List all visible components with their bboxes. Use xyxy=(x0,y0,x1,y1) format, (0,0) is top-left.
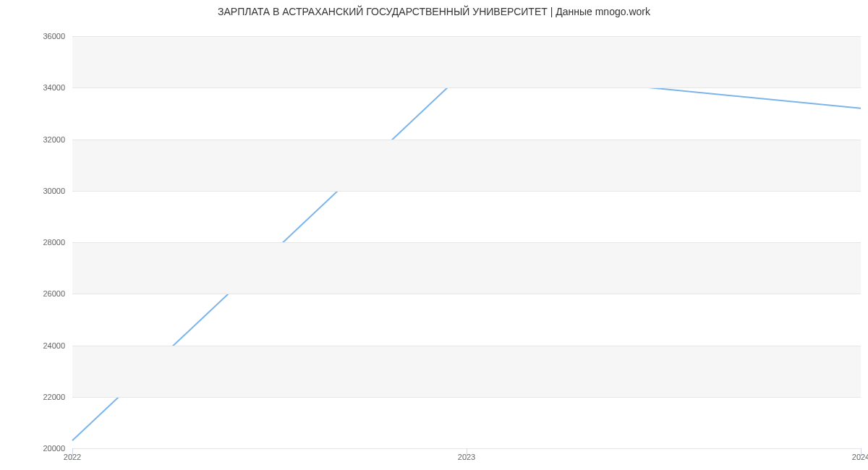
y-axis-label: 28000 xyxy=(0,238,65,247)
y-gridline xyxy=(72,140,861,140)
x-axis-label: 2024 xyxy=(852,453,868,461)
y-axis-label: 20000 xyxy=(0,444,65,453)
x-axis-label: 2023 xyxy=(458,453,475,461)
y-gridline xyxy=(72,36,861,37)
y-axis-label: 30000 xyxy=(0,187,65,195)
y-gridline xyxy=(72,397,861,398)
y-gridline xyxy=(72,242,861,243)
plot-band xyxy=(72,242,861,294)
salary-line-chart: ЗАРПЛАТА В АСТРАХАНСКИЙ ГОСУДАРСТВЕННЫЙ … xyxy=(0,0,868,470)
y-axis-label: 32000 xyxy=(0,135,65,144)
y-axis-label: 34000 xyxy=(0,83,65,92)
y-axis-label: 26000 xyxy=(0,289,65,298)
y-axis-label: 22000 xyxy=(0,393,65,401)
y-gridline xyxy=(72,294,861,294)
y-gridline xyxy=(72,346,861,346)
y-gridline xyxy=(72,87,861,88)
plot-band xyxy=(72,36,861,87)
y-gridline xyxy=(72,191,861,192)
y-axis-label: 36000 xyxy=(0,32,65,40)
plot-area xyxy=(72,36,861,449)
plot-band xyxy=(72,346,861,397)
plot-band xyxy=(72,140,861,191)
chart-title: ЗАРПЛАТА В АСТРАХАНСКИЙ ГОСУДАРСТВЕННЫЙ … xyxy=(0,6,868,17)
y-axis-label: 24000 xyxy=(0,341,65,350)
x-axis-label: 2022 xyxy=(64,453,81,461)
